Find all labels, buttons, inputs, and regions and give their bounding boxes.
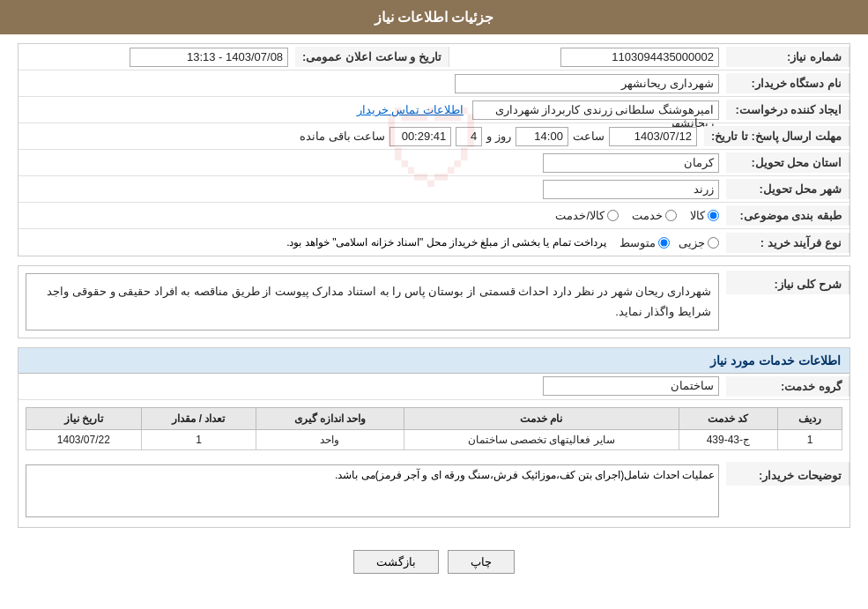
noe-farayand-label: نوع فرآیند خرید : <box>726 233 849 253</box>
radio-kala-label: کالا <box>690 209 705 222</box>
mohlat-value: 1403/07/12 ساعت 14:00 روز و 4 00:29:41 س… <box>19 124 704 149</box>
th-nam-khadamat: نام خدمت <box>404 407 679 429</box>
shahr-value: زرند <box>19 177 726 202</box>
sharh-section: شرح کلی نیاز: شهرداری ریحان شهر در نظر د… <box>18 265 850 338</box>
mohlat-label: مهلت ارسال پاسخ: تا تاریخ: <box>704 126 849 146</box>
tawzih-label: توضیحات خریدار: <box>726 462 849 486</box>
th-radif: ردیف <box>778 407 842 429</box>
tarikh-label: تاریخ و ساعت اعلان عمومی: <box>295 47 449 67</box>
row-grouh-khadamat: گروه خدمت: ساختمان <box>19 374 849 400</box>
cell-radif: 1 <box>778 429 842 449</box>
cell-namKhadamat: سایر فعالیتهای تخصصی ساختمان <box>404 429 679 449</box>
row-noe-farayand: نوع فرآیند خرید : جزیی متوسط پرداخت تمام… <box>19 229 849 256</box>
row-ijad-konande: ایجاد کننده درخواست: امیرهوشنگ سلطانی زر… <box>19 97 849 123</box>
page-header: جزئیات اطلاعات نیاز <box>0 0 868 34</box>
ijad-konande-label: ایجاد کننده درخواست: <box>726 100 849 120</box>
main-info-section: 🛡 شماره نیاز: 1103094435000002 تاریخ و س… <box>18 43 850 256</box>
ijad-konande-value: امیرهوشنگ سلطانی زرندی کاربرداز شهرداری … <box>19 98 726 123</box>
tarikh-value: 1403/07/08 - 13:13 <box>19 45 295 70</box>
nam-dastgah-input: شهرداری ریحانشهر <box>455 74 719 93</box>
radio-kala-khedmat-label: کالا/خدمت <box>555 209 605 222</box>
shahr-input: زرند <box>543 180 719 199</box>
cell-tarikh: 1403/07/22 <box>26 429 142 449</box>
row-shomare-niaz: شماره نیاز: 1103094435000002 تاریخ و ساع… <box>19 44 849 71</box>
row-tawzih: توضیحات خریدار: <box>19 457 849 527</box>
btn-chap[interactable]: چاپ <box>448 550 515 574</box>
th-vahed: واحد اندازه گیری <box>256 407 404 429</box>
row-ostan: استان محل تحویل: کرمان <box>19 150 849 176</box>
mohlat-saat-label: ساعت <box>573 130 605 143</box>
services-table: ردیف کد خدمت نام خدمت واحد اندازه گیری ت… <box>26 407 842 450</box>
shomare-niaz-value: 1103094435000002 <box>449 45 726 70</box>
grouh-khadamat-value: ساختمان <box>19 374 726 398</box>
mohlat-roz-label: روز و <box>486 130 511 143</box>
radio-khedmat[interactable]: خدمت <box>632 209 677 222</box>
noe-farayand-value: جزیی متوسط پرداخت تمام یا بخشی از مبلغ خ… <box>19 231 726 254</box>
shahr-label: شهر محل تحویل: <box>726 179 849 199</box>
radio-kala-khedmat-input[interactable] <box>607 210 619 221</box>
tabaqebandi-label: طبقه بندی موضوعی: <box>726 205 849 226</box>
radio-khedmat-label: خدمت <box>632 209 663 222</box>
ostan-input: کرمان <box>543 153 719 173</box>
page-title: جزئیات اطلاعات نیاز <box>375 10 494 25</box>
radio-kala[interactable]: کالا <box>690 209 719 222</box>
tawzih-textarea[interactable] <box>26 464 719 517</box>
btn-bazgasht[interactable]: بازگشت <box>353 550 439 574</box>
mohlat-roz: 4 <box>456 127 482 146</box>
mohlat-date: 1403/07/12 <box>609 127 697 146</box>
ostan-value: کرمان <box>19 151 726 175</box>
radio-jozi[interactable]: جزیی <box>679 236 719 249</box>
row-mohlat: مهلت ارسال پاسخ: تا تاریخ: 1403/07/12 سا… <box>19 123 849 150</box>
shomare-niaz-label: شماره نیاز: <box>726 47 849 67</box>
cell-tedad: 1 <box>141 429 256 449</box>
th-tedad: تعداد / مقدار <box>141 407 256 429</box>
row-tabaqebandi: طبقه بندی موضوعی: کالا خدمت <box>19 203 849 229</box>
mohlat-saat-mande: 00:29:41 <box>389 127 451 146</box>
grouh-khadamat-label: گروه خدمت: <box>726 376 849 397</box>
farayand-notice: پرداخت تمام یا بخشی از مبلغ خریداز محل "… <box>282 234 611 251</box>
main-content: 🛡 شماره نیاز: 1103094435000002 تاریخ و س… <box>0 34 868 596</box>
sharh-value: شهرداری ریحان شهر در نظر دارد احداث قسمت… <box>19 271 726 333</box>
mohlat-saat-mande-label: ساعت باقی مانده <box>300 130 385 143</box>
sharh-label: شرح کلی نیاز: <box>726 271 849 294</box>
page-wrapper: جزئیات اطلاعات نیاز 🛡 شماره نیاز: 110309… <box>0 0 868 609</box>
tabaqebandi-value: کالا خدمت کالا/خدمت <box>19 206 726 225</box>
services-table-wrapper: ردیف کد خدمت نام خدمت واحد اندازه گیری ت… <box>19 400 849 457</box>
grouh-khadamat-input: ساختمان <box>543 376 719 396</box>
mohlat-saat: 14:00 <box>516 127 568 146</box>
radio-jozi-label: جزیی <box>679 236 705 249</box>
row-sharh: شرح کلی نیاز: شهرداری ریحان شهر در نظر د… <box>19 266 849 338</box>
table-header-row: ردیف کد خدمت نام خدمت واحد اندازه گیری ت… <box>26 407 842 429</box>
shomare-niaz-input: 1103094435000002 <box>560 48 719 67</box>
radio-motavaset[interactable]: متوسط <box>619 236 670 249</box>
footer-buttons: چاپ بازگشت <box>18 537 850 587</box>
radio-kala-input[interactable] <box>708 210 719 221</box>
row-nam-dastgah: نام دستگاه خریدار: شهرداری ریحانشهر <box>19 71 849 97</box>
radio-khedmat-input[interactable] <box>665 210 677 221</box>
khadamat-section: اطلاعات خدمات مورد نیاز گروه خدمت: ساختم… <box>18 347 850 528</box>
radio-motavaset-input[interactable] <box>658 237 670 249</box>
nam-dastgah-label: نام دستگاه خریدار: <box>726 73 849 93</box>
tarikh-input: 1403/07/08 - 13:13 <box>130 48 288 67</box>
ostan-label: استان محل تحویل: <box>726 152 849 173</box>
table-row: 1ج-43-439سایر فعالیتهای تخصصی ساختمانواح… <box>26 429 842 449</box>
khadamat-title: اطلاعات خدمات مورد نیاز <box>19 348 849 374</box>
radio-jozi-input[interactable] <box>708 237 719 249</box>
nam-dastgah-value: شهرداری ریحانشهر <box>19 71 726 96</box>
ijad-konande-input: امیرهوشنگ سلطانی زرندی کاربرداز شهرداری … <box>472 100 719 120</box>
radio-motavaset-label: متوسط <box>619 236 656 249</box>
radio-kala-khedmat[interactable]: کالا/خدمت <box>555 209 619 222</box>
cell-vahed: واحد <box>256 429 404 449</box>
tawzih-value <box>19 462 726 523</box>
cell-kodKhadamat: ج-43-439 <box>679 429 778 449</box>
th-tarikh-niaz: تاریخ نیاز <box>26 407 142 429</box>
th-kod-khadamat: کد خدمت <box>679 407 778 429</box>
row-shahr: شهر محل تحویل: زرند <box>19 176 849 203</box>
sharh-text: شهرداری ریحان شهر در نظر دارد احداث قسمت… <box>26 273 719 330</box>
ijad-konande-link[interactable]: اطلاعات تماس خریدار <box>357 103 464 116</box>
